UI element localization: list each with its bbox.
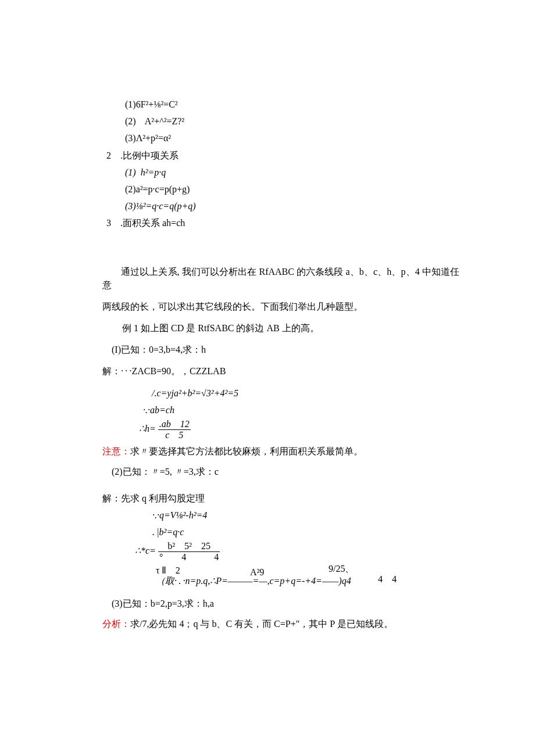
ex1-2-given: (2)已知：〃=5, 〃=3,求：c — [112, 467, 219, 476]
ex1-3-given: (3)已知：b=2,p=3,求：h,a — [112, 599, 214, 608]
sol1-h-lead: ∴h= — [139, 424, 156, 433]
sol2-c-lead: ∴*c= — [135, 546, 156, 556]
analysis: 分析：求/7,必先知 4；q 与 b、C 有关，而 C=P+"，其中 P 是已知… — [0, 617, 535, 630]
solution-1-head: 解：· · ·ZACB=90。，CZZLAB — [0, 364, 535, 378]
solution-2-line1: ·.·q=V⅛²-h²=4 — [0, 508, 535, 522]
sol1-h-den: c 5 — [158, 430, 191, 440]
example-1-text: 例 1 如上图 CD 是 RtfSABC 的斜边 AB 上的高。 — [122, 323, 319, 333]
formula-1-3: (3)Λ²+p²=α² — [0, 131, 535, 145]
note-1-text: 求〃要选择其它方法都比较麻烦，利用面积关系最简单。 — [130, 446, 363, 456]
para-line2: 两线段的长，可以求出其它线段的长。下面我们举出几种题型。 — [0, 300, 535, 313]
solution-1-line2: ·.·ab=ch — [0, 403, 535, 417]
formula-2-3: (3)⅛²=q·c=q(p+q) — [0, 199, 535, 213]
formula-1-1: (1)6F²+⅛²=C² — [0, 98, 535, 111]
sol2-c-num: b² 5² 25 — [158, 541, 220, 552]
sol2-c-den: ° 4 4 — [158, 552, 220, 562]
ex1-given: (I)已知：0=3,b=4,求：h — [112, 345, 206, 354]
solution-1-line1: /.c=yja²+b²=√3²+4²=5 — [0, 386, 535, 400]
analysis-label: 分析： — [102, 619, 130, 629]
heading-3-text: 3 .面积关系 ah=ch — [106, 218, 185, 228]
formula-1-2: (2) A²+^²=Z?² — [0, 114, 535, 128]
sol2-l3e: 4 4 — [378, 572, 397, 586]
analysis-text: 求/7,必先知 4；q 与 b、C 有关，而 C=P+"，其中 P 是已知线段。 — [130, 619, 393, 629]
heading-2: 2 .比例中项关系 — [0, 149, 535, 162]
example-1-2-given: (2)已知：〃=5, 〃=3,求：c — [0, 465, 535, 478]
sol2-l3d: 9/25、 — [329, 562, 354, 575]
solution-2-line3: ∴*c= b² 5² 25 ° 4 4 — [0, 541, 535, 562]
sol1-h-frac: .ab 12 c 5 — [158, 419, 191, 440]
para-line1: 通过以上关系, 我们可以分析出在 RfAABC 的六条线段 a、b、c、h、p、… — [102, 267, 459, 290]
example-1-given: (I)已知：0=3,b=4,求：h — [0, 343, 535, 356]
solution-1-line3: ∴h= .ab 12 c 5 — [0, 419, 535, 440]
note-1-label: 注意： — [102, 446, 130, 456]
example-1-title: 例 1 如上图 CD 是 RtfSABC 的斜边 AB 上的高。 — [0, 321, 535, 335]
sol2-l3c: A²9 — [250, 565, 264, 579]
solution-2-line4: τ Ⅱ 2 （取· . ·n=p.q,∴P=———=—,c=p+q=-+4=——… — [0, 565, 535, 586]
formula-block-1: (1)6F²+⅛²=C² (2) A²+^²=Z?² (3)Λ²+p²=α² 2… — [0, 98, 535, 230]
formula-2-2: (2)a²=p·c=p(p+g) — [0, 182, 535, 196]
sol2-c-frac: b² 5² 25 ° 4 4 — [158, 541, 220, 562]
solution-2-head: 解：先求 q 利用勾股定理 — [0, 492, 535, 505]
sol1-h-num: .ab 12 — [158, 419, 191, 430]
note-1: 注意：求〃要选择其它方法都比较麻烦，利用面积关系最简单。 — [0, 445, 535, 458]
example-1-3-given: (3)已知：b=2,p=3,求：h,a — [0, 597, 535, 610]
paragraph-intro: 通过以上关系, 我们可以分析出在 RfAABC 的六条线段 a、b、c、h、p、… — [0, 265, 535, 292]
heading-3: 3 .面积关系 ah=ch — [0, 216, 535, 230]
formula-2-1: (1) h²=p·q — [0, 166, 535, 179]
solution-2-line2: . |b²=q·c — [0, 525, 535, 539]
document-page: (1)6F²+⅛²=C² (2) A²+^²=Z?² (3)Λ²+p²=α² 2… — [0, 0, 535, 756]
